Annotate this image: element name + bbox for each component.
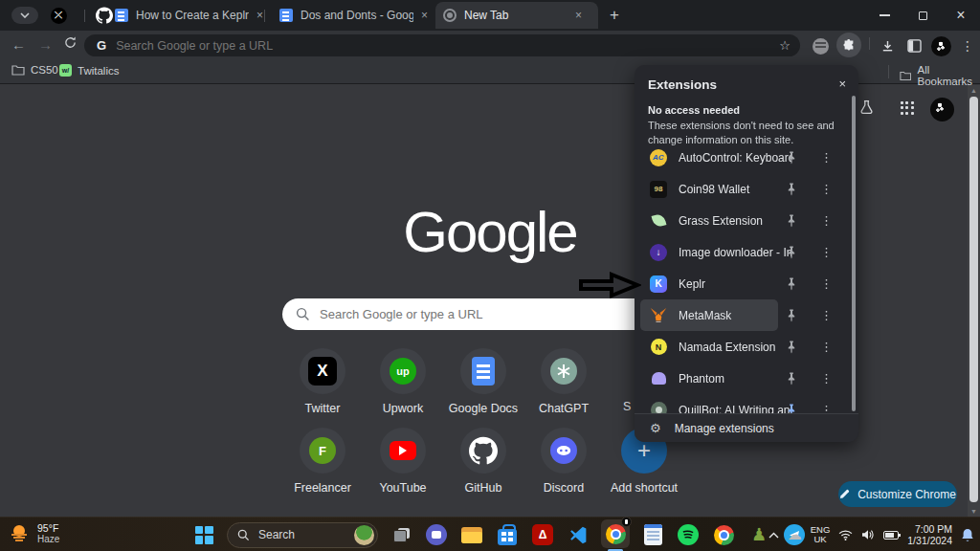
bookmark-folder-cs50[interactable]: CS50 [11,64,58,76]
panel-scrollbar[interactable] [852,96,856,411]
scroll-up-icon[interactable]: ▲ [970,87,977,94]
shortcut-discord[interactable]: Discord [523,428,604,495]
taskbar-chrome-active[interactable] [601,519,630,548]
window-close-button[interactable]: × [942,0,980,31]
start-button[interactable] [191,522,216,547]
volume-icon[interactable] [861,529,875,540]
tab-dos-and-donts[interactable]: Dos and Donts - Google Docs × [272,2,435,29]
avatar [931,36,951,56]
shortcut-twitter[interactable]: X Twitter [282,348,363,415]
pin-icon[interactable] [784,150,799,165]
bookmark-star-icon[interactable]: ☆ [779,38,791,53]
manage-extensions-button[interactable]: ⚙ Manage extensions [635,413,858,442]
language-indicator[interactable]: ENG UK [811,525,831,544]
window-maximize-button[interactable] [903,0,942,31]
tab-search-button[interactable] [11,7,38,24]
pinned-tab-x[interactable]: ⤫ [50,7,67,24]
taskbar-file-explorer[interactable] [459,522,484,547]
pin-icon[interactable] [784,276,799,292]
shortcut-github[interactable]: GitHub [443,428,523,495]
browser-menu-button[interactable]: ⋮ [957,35,978,56]
customize-chrome-button[interactable]: Customize Chrome [838,481,957,507]
extension-menu-icon[interactable]: ⋮ [820,308,833,322]
tab-keplr-wallet[interactable]: How to Create a Keplr Wallet - G × [107,2,271,29]
extension-row-phantom[interactable]: Phantom ⋮ [640,363,853,394]
battery-icon[interactable] [883,531,899,540]
downloads-button[interactable] [877,35,898,56]
taskbar-notepad[interactable] [640,522,665,547]
extension-menu-icon[interactable]: ⋮ [820,245,833,259]
taskbar-weather-widget[interactable]: 95°F Haze [8,521,59,544]
google-apps-button[interactable] [901,101,914,115]
extension-menu-icon[interactable]: ⋮ [820,213,833,228]
tab-close-icon[interactable]: × [256,9,263,22]
pin-icon[interactable] [784,213,799,229]
extension-menu-icon[interactable]: ⋮ [820,371,833,386]
taskbar-microsoft-store[interactable] [495,522,520,547]
extension-row-coin98[interactable]: 98 Coin98 Wallet ⋮ [640,173,853,205]
scrollbar-thumb[interactable] [969,97,978,502]
wifi-icon[interactable] [838,530,853,540]
address-bar[interactable]: G ☆ [84,34,800,56]
extension-pinned-icon[interactable] [810,35,831,56]
profile-avatar-button[interactable] [930,35,951,56]
taskbar-vscode[interactable] [566,522,590,547]
taskbar-spotify[interactable] [676,522,701,547]
shortcut-freelancer[interactable]: F Freelancer [282,428,363,495]
tab-close-icon[interactable]: × [575,9,582,22]
extension-menu-icon[interactable]: ⋮ [820,276,833,291]
url-input[interactable] [116,39,779,53]
shortcut-google-docs[interactable]: Google Docs [443,348,523,415]
extension-label: Coin98 Wallet [679,183,791,196]
extensions-menu-button[interactable] [836,33,861,57]
window-minimize-button[interactable] [865,0,903,31]
panel-close-button[interactable]: × [838,77,846,91]
extension-row-namada[interactable]: N Namada Extension ⋮ [640,331,853,363]
ntp-search-input[interactable] [320,307,684,321]
taskbar-search-box[interactable]: Search [227,522,378,548]
extension-menu-icon[interactable]: ⋮ [820,340,833,354]
freelancer-icon: F [309,437,336,464]
pin-icon[interactable] [784,340,799,355]
extension-menu-icon[interactable]: ⋮ [820,182,833,196]
extension-row-grass[interactable]: Grass Extension ⋮ [640,205,853,236]
task-view-button[interactable] [389,522,413,547]
extension-row-metamask[interactable]: MetaMask ⋮ [640,299,853,331]
tray-clock[interactable]: 7:00 PM 1/31/2024 [907,523,952,546]
all-bookmarks-button[interactable]: All Bookmarks [900,64,980,87]
labs-button[interactable] [858,99,875,116]
onedrive-cloud-icon[interactable]: ☁ [788,526,802,543]
bookmark-twitalics[interactable]: w/ Twitalics [59,64,119,77]
pin-icon[interactable] [784,245,799,260]
apps-grid-icon [901,101,914,115]
forward-button[interactable]: → [38,36,53,53]
extension-row-keplr[interactable]: K Keplr ⋮ [640,268,853,299]
chevron-down-icon [20,12,30,18]
page-profile-avatar[interactable] [930,98,954,121]
taskbar-chrome-2[interactable] [711,522,736,547]
extension-row-image-downloader[interactable]: ↓ Image downloader - Im... ⋮ [640,236,853,268]
back-button[interactable]: ← [11,36,26,53]
tab-new-tab-active[interactable]: New Tab × [435,2,598,29]
shortcut-youtube[interactable]: YouTube [363,428,443,495]
shortcut-chatgpt[interactable]: ChatGPT [523,348,604,415]
pin-icon[interactable] [784,371,799,386]
shortcut-upwork[interactable]: up Upwork [363,348,443,415]
pin-icon[interactable] [784,308,799,323]
notification-bell-icon[interactable] [961,528,974,542]
extension-menu-icon[interactable]: ⋮ [820,150,833,165]
page-scrollbar[interactable]: ▲ ▼ [968,85,980,517]
new-tab-button[interactable]: + [610,6,619,25]
pin-icon[interactable] [784,182,799,197]
scroll-down-icon[interactable]: ▼ [970,508,977,515]
reload-button[interactable] [63,35,78,53]
tray-chevron-up-icon[interactable] [768,532,779,539]
side-panel-button[interactable] [903,35,924,56]
tab-close-icon[interactable]: × [421,9,428,22]
extension-row-autocontrol[interactable]: AC AutoControl: Keyboard... ⋮ [640,142,853,173]
taskbar-chat-app[interactable] [424,522,449,547]
taskbar-acrobat[interactable]: Δ [530,522,555,547]
ntp-search-box[interactable] [282,298,684,330]
panel-section-heading: No access needed [648,104,740,116]
gear-icon: ⚙ [650,421,661,435]
